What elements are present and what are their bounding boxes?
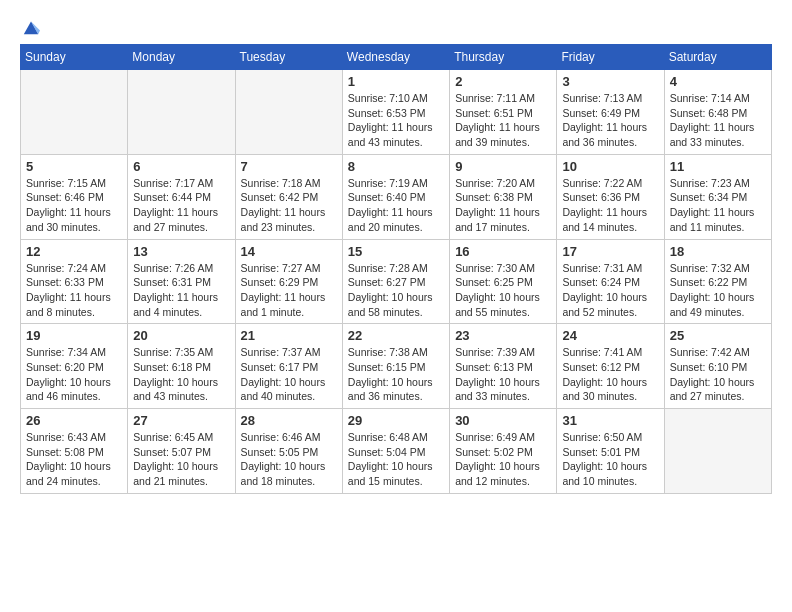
calendar-cell: 22Sunrise: 7:38 AM Sunset: 6:15 PM Dayli… [342,324,449,409]
day-info: Sunrise: 7:20 AM Sunset: 6:38 PM Dayligh… [455,176,551,235]
col-tuesday: Tuesday [235,45,342,70]
day-number: 30 [455,413,551,428]
day-number: 29 [348,413,444,428]
day-info: Sunrise: 7:34 AM Sunset: 6:20 PM Dayligh… [26,345,122,404]
page: Sunday Monday Tuesday Wednesday Thursday… [0,0,792,612]
day-info: Sunrise: 7:19 AM Sunset: 6:40 PM Dayligh… [348,176,444,235]
calendar-cell: 6Sunrise: 7:17 AM Sunset: 6:44 PM Daylig… [128,154,235,239]
day-info: Sunrise: 7:17 AM Sunset: 6:44 PM Dayligh… [133,176,229,235]
calendar-cell: 17Sunrise: 7:31 AM Sunset: 6:24 PM Dayli… [557,239,664,324]
logo-icon [22,18,40,36]
day-info: Sunrise: 7:24 AM Sunset: 6:33 PM Dayligh… [26,261,122,320]
day-info: Sunrise: 7:13 AM Sunset: 6:49 PM Dayligh… [562,91,658,150]
day-info: Sunrise: 7:26 AM Sunset: 6:31 PM Dayligh… [133,261,229,320]
calendar-cell: 10Sunrise: 7:22 AM Sunset: 6:36 PM Dayli… [557,154,664,239]
calendar-cell: 9Sunrise: 7:20 AM Sunset: 6:38 PM Daylig… [450,154,557,239]
day-number: 8 [348,159,444,174]
col-monday: Monday [128,45,235,70]
calendar-cell: 21Sunrise: 7:37 AM Sunset: 6:17 PM Dayli… [235,324,342,409]
calendar-cell: 14Sunrise: 7:27 AM Sunset: 6:29 PM Dayli… [235,239,342,324]
day-info: Sunrise: 6:49 AM Sunset: 5:02 PM Dayligh… [455,430,551,489]
day-info: Sunrise: 7:31 AM Sunset: 6:24 PM Dayligh… [562,261,658,320]
day-info: Sunrise: 7:23 AM Sunset: 6:34 PM Dayligh… [670,176,766,235]
day-info: Sunrise: 7:11 AM Sunset: 6:51 PM Dayligh… [455,91,551,150]
calendar-cell: 5Sunrise: 7:15 AM Sunset: 6:46 PM Daylig… [21,154,128,239]
calendar-cell [128,70,235,155]
calendar-cell: 19Sunrise: 7:34 AM Sunset: 6:20 PM Dayli… [21,324,128,409]
day-number: 7 [241,159,337,174]
calendar-cell [235,70,342,155]
day-number: 1 [348,74,444,89]
day-number: 26 [26,413,122,428]
day-number: 2 [455,74,551,89]
day-info: Sunrise: 7:30 AM Sunset: 6:25 PM Dayligh… [455,261,551,320]
day-info: Sunrise: 7:28 AM Sunset: 6:27 PM Dayligh… [348,261,444,320]
calendar-cell: 24Sunrise: 7:41 AM Sunset: 6:12 PM Dayli… [557,324,664,409]
day-number: 6 [133,159,229,174]
calendar-cell [21,70,128,155]
day-number: 14 [241,244,337,259]
day-info: Sunrise: 7:35 AM Sunset: 6:18 PM Dayligh… [133,345,229,404]
calendar-cell: 28Sunrise: 6:46 AM Sunset: 5:05 PM Dayli… [235,409,342,494]
calendar-cell: 20Sunrise: 7:35 AM Sunset: 6:18 PM Dayli… [128,324,235,409]
calendar-cell: 31Sunrise: 6:50 AM Sunset: 5:01 PM Dayli… [557,409,664,494]
calendar-cell: 13Sunrise: 7:26 AM Sunset: 6:31 PM Dayli… [128,239,235,324]
day-info: Sunrise: 7:42 AM Sunset: 6:10 PM Dayligh… [670,345,766,404]
day-info: Sunrise: 7:10 AM Sunset: 6:53 PM Dayligh… [348,91,444,150]
calendar-cell: 2Sunrise: 7:11 AM Sunset: 6:51 PM Daylig… [450,70,557,155]
calendar-cell: 29Sunrise: 6:48 AM Sunset: 5:04 PM Dayli… [342,409,449,494]
calendar-cell: 27Sunrise: 6:45 AM Sunset: 5:07 PM Dayli… [128,409,235,494]
col-friday: Friday [557,45,664,70]
day-number: 5 [26,159,122,174]
day-number: 20 [133,328,229,343]
calendar-cell: 7Sunrise: 7:18 AM Sunset: 6:42 PM Daylig… [235,154,342,239]
calendar-cell: 16Sunrise: 7:30 AM Sunset: 6:25 PM Dayli… [450,239,557,324]
day-info: Sunrise: 6:50 AM Sunset: 5:01 PM Dayligh… [562,430,658,489]
calendar-table: Sunday Monday Tuesday Wednesday Thursday… [20,44,772,494]
day-number: 12 [26,244,122,259]
header [20,16,772,36]
day-number: 15 [348,244,444,259]
col-thursday: Thursday [450,45,557,70]
calendar-cell: 25Sunrise: 7:42 AM Sunset: 6:10 PM Dayli… [664,324,771,409]
day-info: Sunrise: 6:43 AM Sunset: 5:08 PM Dayligh… [26,430,122,489]
day-number: 17 [562,244,658,259]
calendar-cell: 12Sunrise: 7:24 AM Sunset: 6:33 PM Dayli… [21,239,128,324]
day-info: Sunrise: 6:45 AM Sunset: 5:07 PM Dayligh… [133,430,229,489]
col-wednesday: Wednesday [342,45,449,70]
calendar-cell: 8Sunrise: 7:19 AM Sunset: 6:40 PM Daylig… [342,154,449,239]
day-info: Sunrise: 7:41 AM Sunset: 6:12 PM Dayligh… [562,345,658,404]
day-number: 16 [455,244,551,259]
day-info: Sunrise: 7:18 AM Sunset: 6:42 PM Dayligh… [241,176,337,235]
day-number: 10 [562,159,658,174]
day-number: 3 [562,74,658,89]
day-info: Sunrise: 7:22 AM Sunset: 6:36 PM Dayligh… [562,176,658,235]
calendar-cell: 30Sunrise: 6:49 AM Sunset: 5:02 PM Dayli… [450,409,557,494]
day-number: 11 [670,159,766,174]
day-number: 25 [670,328,766,343]
calendar-cell: 4Sunrise: 7:14 AM Sunset: 6:48 PM Daylig… [664,70,771,155]
calendar-cell: 11Sunrise: 7:23 AM Sunset: 6:34 PM Dayli… [664,154,771,239]
calendar-header-row: Sunday Monday Tuesday Wednesday Thursday… [21,45,772,70]
day-number: 9 [455,159,551,174]
day-info: Sunrise: 7:15 AM Sunset: 6:46 PM Dayligh… [26,176,122,235]
day-number: 4 [670,74,766,89]
calendar-cell [664,409,771,494]
calendar-cell: 3Sunrise: 7:13 AM Sunset: 6:49 PM Daylig… [557,70,664,155]
day-number: 24 [562,328,658,343]
calendar-cell: 18Sunrise: 7:32 AM Sunset: 6:22 PM Dayli… [664,239,771,324]
day-info: Sunrise: 7:38 AM Sunset: 6:15 PM Dayligh… [348,345,444,404]
day-info: Sunrise: 7:14 AM Sunset: 6:48 PM Dayligh… [670,91,766,150]
day-info: Sunrise: 7:32 AM Sunset: 6:22 PM Dayligh… [670,261,766,320]
day-info: Sunrise: 7:37 AM Sunset: 6:17 PM Dayligh… [241,345,337,404]
day-number: 27 [133,413,229,428]
day-number: 21 [241,328,337,343]
calendar-cell: 26Sunrise: 6:43 AM Sunset: 5:08 PM Dayli… [21,409,128,494]
calendar-cell: 15Sunrise: 7:28 AM Sunset: 6:27 PM Dayli… [342,239,449,324]
day-number: 18 [670,244,766,259]
day-number: 19 [26,328,122,343]
day-info: Sunrise: 6:46 AM Sunset: 5:05 PM Dayligh… [241,430,337,489]
calendar-cell: 23Sunrise: 7:39 AM Sunset: 6:13 PM Dayli… [450,324,557,409]
calendar-cell: 1Sunrise: 7:10 AM Sunset: 6:53 PM Daylig… [342,70,449,155]
day-number: 28 [241,413,337,428]
